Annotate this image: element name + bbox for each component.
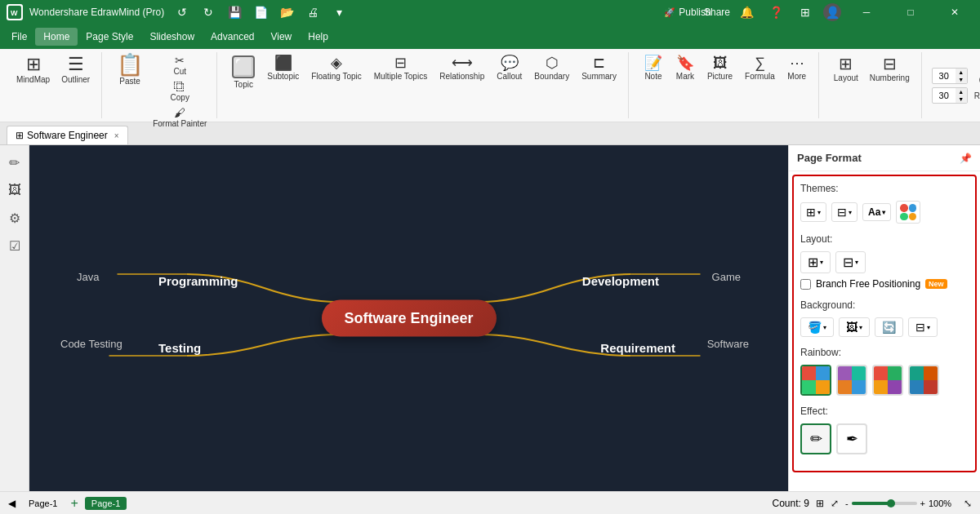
mark-btn[interactable]: 🔖 Mark bbox=[670, 52, 700, 84]
outliner-btn[interactable]: ☰ Outliner bbox=[56, 52, 95, 87]
page-add-btn[interactable]: + bbox=[70, 496, 78, 511]
side-task-btn[interactable]: ☑ bbox=[2, 233, 27, 258]
side-diagram-btn[interactable]: ⚙ bbox=[2, 206, 27, 230]
theme-font-btn[interactable]: Aa ▾ bbox=[862, 203, 891, 221]
effect-btn-2[interactable]: ✒ bbox=[836, 423, 867, 454]
undo-btn[interactable]: ↺ bbox=[171, 3, 194, 21]
theme-layout-arrow: ▾ bbox=[817, 209, 821, 216]
topic-btn[interactable]: ⬜ Topic bbox=[227, 52, 260, 92]
menu-file[interactable]: File bbox=[3, 28, 35, 46]
bg-image-btn[interactable]: 🖼 ▾ bbox=[839, 317, 870, 337]
effect-btn-1[interactable]: ✏ bbox=[800, 423, 831, 454]
menu-view[interactable]: View bbox=[262, 28, 300, 46]
central-node[interactable]: Software Engineer bbox=[321, 300, 496, 337]
layout-mind-icon: ⊞ bbox=[808, 255, 818, 270]
subtopic-btn[interactable]: ⬛ Subtopic bbox=[262, 52, 304, 84]
theme-layout2-icon: ⊟ bbox=[837, 206, 847, 219]
height-input[interactable]: ▲ ▼ bbox=[932, 87, 968, 104]
ribbon: ⊞ MindMap ☰ Outliner 📋 Paste ✂ Cut ⿻ bbox=[0, 49, 980, 122]
theme-font-arrow: ▾ bbox=[882, 209, 885, 216]
bg-color-btn[interactable]: 🪣 ▾ bbox=[800, 317, 834, 337]
bg-color-icon: 🪣 bbox=[808, 321, 822, 334]
format-painter-btn[interactable]: 🖌 Format Painter bbox=[149, 104, 210, 130]
height-up[interactable]: ▲ bbox=[956, 88, 967, 95]
expand-btn[interactable]: ⤢ bbox=[831, 498, 839, 509]
menu-page-style[interactable]: Page Style bbox=[78, 28, 141, 46]
width-input[interactable]: ▲ ▼ bbox=[932, 68, 968, 84]
active-page-tab[interactable]: Page-1 bbox=[85, 497, 127, 510]
tab-close-btn[interactable]: × bbox=[114, 131, 119, 140]
minimize-btn[interactable]: ─ bbox=[848, 0, 885, 24]
menu-home[interactable]: Home bbox=[35, 28, 78, 46]
page-nav-prev[interactable]: ◀ bbox=[8, 498, 16, 509]
fullscreen-btn[interactable]: ⤡ bbox=[964, 498, 972, 509]
picture-btn[interactable]: 🖼 Picture bbox=[702, 52, 737, 84]
rainbow-btn-2[interactable] bbox=[836, 365, 867, 396]
mindmap-btn[interactable]: ⊞ MindMap bbox=[11, 52, 55, 87]
apps-btn[interactable]: ⊞ bbox=[794, 3, 817, 21]
rainbow-cell-3-1 bbox=[874, 366, 888, 380]
picture-icon: 🖼 bbox=[713, 55, 728, 70]
page-tab-1[interactable]: Page-1 bbox=[22, 497, 64, 510]
multiple-topics-btn[interactable]: ⊟ Multiple Topics bbox=[369, 52, 432, 84]
zoom-minus-btn[interactable]: - bbox=[845, 498, 849, 508]
open-btn[interactable]: 📂 bbox=[275, 3, 298, 21]
rainbow-btn-4[interactable] bbox=[908, 365, 939, 396]
formula-btn[interactable]: ∑ Formula bbox=[740, 52, 780, 84]
notification-btn[interactable]: 🔔 bbox=[735, 3, 758, 21]
bg-replace-btn[interactable]: 🔄 bbox=[875, 317, 903, 337]
bg-adjust-btn[interactable]: ⊟ ▾ bbox=[908, 317, 938, 337]
user-avatar[interactable]: 👤 bbox=[823, 3, 841, 21]
rainbow-btn-1[interactable] bbox=[800, 365, 831, 396]
publish-btn[interactable]: 🚀 Publish bbox=[676, 3, 699, 21]
theme-color-btn[interactable] bbox=[896, 201, 920, 224]
branch-free-checkbox[interactable] bbox=[800, 279, 811, 290]
width-up[interactable]: ▲ bbox=[956, 69, 967, 76]
rainbow-cell-4-4 bbox=[924, 380, 938, 394]
print-btn[interactable]: 🖨 bbox=[301, 3, 324, 21]
reset-btn[interactable]: ↺ Reset bbox=[969, 67, 980, 104]
layout-mind-btn[interactable]: ⊞ ▾ bbox=[800, 251, 831, 273]
more-btn[interactable]: ⋯ More bbox=[782, 52, 812, 84]
fit-btn[interactable]: ⊞ bbox=[816, 498, 824, 509]
rainbow-cell-2-3 bbox=[838, 380, 852, 394]
theme-layout-btn[interactable]: ⊞ ▾ bbox=[800, 202, 826, 222]
rainbow-cell-1-1 bbox=[802, 366, 816, 380]
width-down[interactable]: ▼ bbox=[956, 76, 967, 83]
zoom-slider[interactable] bbox=[852, 502, 917, 505]
dropdown-btn[interactable]: ▾ bbox=[327, 3, 350, 21]
note-btn[interactable]: 📝 Note bbox=[639, 52, 668, 84]
layout-btn[interactable]: ⊞ Layout bbox=[829, 52, 863, 86]
redo-btn[interactable]: ↻ bbox=[197, 3, 220, 21]
branch-java: Java bbox=[77, 271, 99, 283]
close-btn[interactable]: ✕ bbox=[936, 0, 973, 24]
help-btn[interactable]: ❓ bbox=[764, 3, 787, 21]
callout-btn[interactable]: 💬 Callout bbox=[492, 52, 527, 84]
floating-topic-btn[interactable]: ◈ Floating Topic bbox=[306, 52, 367, 84]
theme-layout2-btn[interactable]: ⊟ ▾ bbox=[831, 202, 858, 222]
effect-section: Effect: ✏ ✒ bbox=[800, 405, 969, 454]
paste-btn[interactable]: 📋 Paste bbox=[112, 52, 148, 89]
copy-btn[interactable]: ⿻ Copy bbox=[149, 78, 210, 104]
menu-slideshow[interactable]: Slideshow bbox=[141, 28, 203, 46]
panel-pin-btn[interactable]: 📌 bbox=[960, 153, 972, 164]
layout-tree-btn[interactable]: ⊟ ▾ bbox=[835, 251, 866, 273]
numbering-btn[interactable]: ⊟ Numbering bbox=[865, 52, 915, 86]
boundary-btn[interactable]: ⬡ Boundary bbox=[529, 52, 574, 84]
maximize-btn[interactable]: □ bbox=[892, 0, 929, 24]
side-format-btn[interactable]: ✏ bbox=[2, 150, 27, 175]
relationship-btn[interactable]: ⟷ Relationship bbox=[434, 52, 489, 84]
summary-btn[interactable]: ⊏ Summary bbox=[577, 52, 621, 84]
new-btn[interactable]: 📄 bbox=[249, 3, 272, 21]
share-btn[interactable]: Share bbox=[706, 3, 728, 21]
zoom-plus-btn[interactable]: + bbox=[920, 498, 925, 508]
height-down[interactable]: ▼ bbox=[956, 95, 967, 103]
branch-software: Software bbox=[707, 338, 749, 350]
rainbow-btn-3[interactable] bbox=[872, 365, 903, 396]
menu-help[interactable]: Help bbox=[300, 28, 336, 46]
side-image-btn[interactable]: 🖼 bbox=[2, 178, 27, 202]
menu-advanced[interactable]: Advanced bbox=[203, 28, 262, 46]
cut-btn[interactable]: ✂ Cut bbox=[149, 52, 210, 78]
save-btn[interactable]: 💾 bbox=[223, 3, 246, 21]
document-tab[interactable]: ⊞ Software Engineer × bbox=[7, 126, 128, 144]
